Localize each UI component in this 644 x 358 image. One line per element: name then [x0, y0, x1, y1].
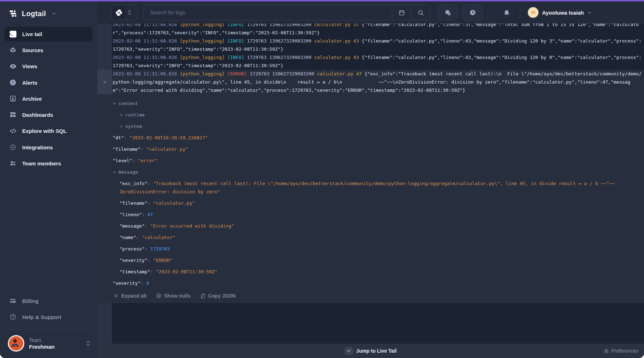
- create-alert-from-query-button[interactable]: [438, 5, 457, 20]
- alert-circle-icon: [9, 79, 16, 86]
- detail-field-dt: "dt": "2023-02-08T10:30:59.226827": [113, 134, 636, 142]
- topbar: AI Ayooluwa Isaiah: [97, 1, 644, 24]
- log-row-text: 2023-02-08 11:31:08.026 [python_logging]…: [112, 70, 644, 94]
- workspace-switcher[interactable]: Logtail: [0, 1, 97, 24]
- double-chevron-down-icon: [113, 293, 119, 299]
- sidebar-nav: >_Live tailSourcesViewsAlertsArchiveDash…: [0, 24, 97, 171]
- log-row-gutter: [97, 53, 112, 70]
- history-button[interactable]: [463, 5, 482, 20]
- detail-field-exc_info: "exc_info": "Traceback (most recent call…: [113, 179, 636, 196]
- users-icon: [9, 160, 17, 167]
- user-name: Ayooluwa Isaiah: [542, 10, 584, 16]
- show-nulls-button[interactable]: Show nulls: [156, 293, 191, 299]
- log-row[interactable]: 2023-02-08 11:31:08.026 [python_logging]…: [97, 70, 644, 94]
- sidebar-footer-nav: BillingHelp & Support: [0, 290, 97, 324]
- sidebar-item-live-tail[interactable]: >_Live tail: [5, 27, 93, 41]
- chevron-down-icon: [113, 170, 118, 174]
- sidebar-item-explore-sql[interactable]: Explore with SQL: [5, 123, 93, 139]
- detail-toggle-message[interactable]: message: [113, 168, 636, 176]
- notifications-button[interactable]: [501, 9, 512, 17]
- calendar-icon: [398, 9, 405, 16]
- enter-key-icon: [345, 347, 353, 355]
- detail-field-filename: "filename": "calculator.py": [113, 199, 636, 207]
- chevron-down-icon[interactable]: [587, 10, 592, 15]
- log-list: 2023-02-08 11:31:08.026 [python_logging]…: [97, 24, 644, 94]
- team-name: Freshman: [29, 344, 55, 350]
- chevron-up-down-icon: [128, 10, 131, 15]
- clock-icon: [469, 9, 476, 16]
- sidebar-item-label: Sources: [22, 47, 43, 53]
- sidebar-item-sources[interactable]: Sources: [5, 43, 93, 58]
- python-icon: [113, 6, 125, 19]
- detail-field-lineno: "lineno": 47: [113, 210, 636, 219]
- chevron-right-icon: [119, 113, 125, 117]
- log-row[interactable]: 2023-02-08 11:31:08.026 [python_logging]…: [97, 53, 644, 70]
- sidebar-item-team-members[interactable]: Team members: [5, 156, 93, 171]
- expand-all-button[interactable]: Expand all: [113, 293, 146, 299]
- search-submit-button[interactable]: [411, 5, 430, 20]
- detail-toggle-runtime[interactable]: runtime: [113, 111, 636, 119]
- sidebar-item-views[interactable]: Views: [5, 59, 93, 74]
- date-range-button[interactable]: [392, 5, 411, 20]
- log-row-text: 2023-02-08 11:31:08.026 [python_logging]…: [112, 53, 644, 70]
- log-list-filler: [97, 303, 644, 344]
- log-row[interactable]: 2023-02-08 11:31:08.026 [python_logging]…: [97, 37, 644, 53]
- status-bar: Jump to Live Tail Preferences: [97, 344, 644, 358]
- sidebar-item-integrations[interactable]: Integrations: [5, 140, 93, 155]
- chevron-down-icon: [113, 102, 118, 105]
- bubble-plus-icon: [444, 9, 451, 16]
- brand-name: Logtail: [22, 10, 46, 18]
- chevron-right-icon: [119, 125, 125, 128]
- app-window: Logtail >_Live tailSourcesViewsAlertsArc…: [0, 0, 644, 358]
- sidebar-item-label: Alerts: [22, 80, 38, 86]
- log-detail-panel: contextruntimesystem"dt": "2023-02-08T10…: [97, 94, 644, 303]
- sidebar-item-dashboards[interactable]: Dashboards: [5, 107, 93, 122]
- search-input[interactable]: [144, 5, 392, 20]
- sidebar-item-label: Views: [22, 63, 37, 69]
- detail-field-level: "level": "error": [113, 156, 636, 165]
- log-row-gutter: [97, 24, 112, 37]
- detail-field-message: "message": "Error occurred with dividing…: [113, 222, 636, 230]
- sidebar-item-label: Billing: [22, 298, 39, 304]
- collapse-row-chevron[interactable]: [97, 70, 112, 94]
- detail-field-severity: "severity": "ERROR": [113, 256, 636, 264]
- sidebar-item-label: Live tail: [22, 31, 42, 37]
- sidebar-item-archive[interactable]: Archive: [5, 91, 93, 106]
- copy-json-button[interactable]: Copy JSON: [200, 293, 236, 299]
- cube-icon: [9, 46, 16, 54]
- detail-toggle-context[interactable]: context: [113, 99, 636, 108]
- log-view: 2023-02-08 11:31:08.026 [python_logging]…: [97, 24, 644, 344]
- chevron-down-icon: [51, 11, 56, 16]
- detail-field-timestamp: "timestamp": "2023-02-08T11:30:59Z": [113, 268, 636, 276]
- detail-field-filename: "filename": "calculator.py": [113, 145, 636, 153]
- eye-circle-icon: [156, 293, 162, 299]
- preferences-label: Preferences: [611, 348, 638, 354]
- detail-toggle-system[interactable]: system: [113, 122, 636, 130]
- code-icon: [9, 127, 17, 135]
- team-switcher[interactable]: Team Freshman: [0, 330, 97, 358]
- log-row-gutter: [97, 37, 112, 53]
- sidebar-item-help-support[interactable]: Help & Support: [5, 309, 93, 324]
- sidebar-item-billing[interactable]: Billing: [5, 293, 93, 308]
- sidebar-item-alerts[interactable]: Alerts: [5, 75, 93, 90]
- terminal-icon: >_: [10, 31, 16, 38]
- sidebar-item-label: Team members: [22, 160, 61, 166]
- integrations-icon: [9, 144, 16, 151]
- sidebar-item-label: Archive: [22, 96, 42, 102]
- dashboard-icon: [9, 111, 16, 118]
- help-circle-icon: [9, 313, 16, 320]
- preferences-button[interactable]: Preferences: [604, 344, 638, 358]
- log-row[interactable]: 2023-02-08 11:31:08.026 [python_logging]…: [97, 24, 644, 37]
- jump-to-live-tail-label: Jump to Live Tail: [356, 348, 397, 354]
- detail-field-process: "process": 1729763: [113, 245, 636, 253]
- search-bar: [143, 5, 430, 20]
- source-selector[interactable]: [111, 5, 137, 20]
- gear-icon: [604, 348, 609, 354]
- chevron-up-down-icon: [86, 341, 90, 346]
- clipboard-icon: [200, 293, 206, 299]
- jump-to-live-tail-button[interactable]: Jump to Live Tail: [345, 347, 397, 355]
- sidebar: Logtail >_Live tailSourcesViewsAlertsArc…: [0, 1, 97, 358]
- team-label: Team: [29, 337, 55, 343]
- credit-card-icon: [9, 297, 16, 304]
- user-avatar[interactable]: AI: [528, 7, 539, 18]
